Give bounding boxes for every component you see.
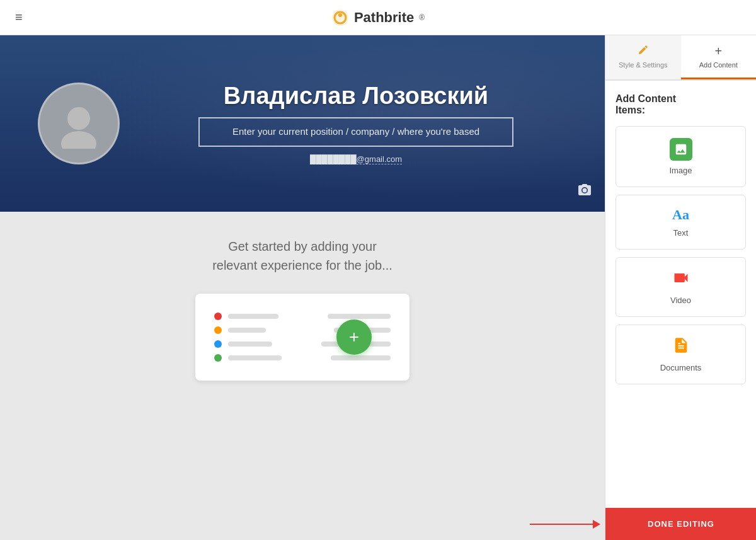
add-content-plus-button[interactable]: +	[336, 319, 372, 355]
pencil-icon	[638, 44, 649, 59]
logo-icon	[331, 9, 349, 26]
get-started-text: Get started by adding yourrelevant exper…	[212, 237, 392, 275]
image-icon	[670, 138, 692, 161]
plus-symbol: +	[349, 328, 359, 346]
top-nav: ≡ Pathbrite®	[0, 0, 756, 35]
dot-green	[214, 354, 222, 362]
content-item-image[interactable]: Image	[616, 126, 746, 187]
done-editing-section: DONE EDITING	[605, 508, 756, 540]
line-4a	[228, 355, 282, 360]
svg-point-4	[61, 131, 96, 149]
email-masked: ████████@gmail.com	[310, 154, 402, 164]
line-3a	[228, 342, 272, 347]
logo: Pathbrite®	[331, 9, 425, 26]
camera-icon[interactable]	[577, 183, 592, 202]
done-editing-button[interactable]: DONE EDITING	[605, 508, 756, 540]
profile-info: Владислав Лозовский Enter your current p…	[145, 83, 567, 164]
dot-red	[214, 313, 222, 320]
documents-label: Documents	[660, 363, 702, 372]
svg-point-3	[67, 107, 90, 130]
avatar	[38, 83, 120, 164]
ill-row-4	[214, 354, 391, 362]
content-item-text[interactable]: Aa Text	[616, 195, 746, 250]
tab-style-settings-label: Style & Settings	[619, 61, 668, 69]
arrow-head	[593, 520, 600, 529]
right-sidebar: Style & Settings + Add Content Add Conte…	[605, 35, 756, 540]
tab-style-settings[interactable]: Style & Settings	[605, 35, 681, 79]
content-area: Владислав Лозовский Enter your current p…	[0, 35, 605, 540]
content-item-documents[interactable]: Documents	[616, 325, 746, 384]
hamburger-menu[interactable]: ≡	[15, 10, 23, 25]
svg-point-2	[338, 13, 342, 17]
arrow-line	[530, 524, 593, 525]
sidebar-tabs: Style & Settings + Add Content	[605, 35, 756, 81]
main-layout: Владислав Лозовский Enter your current p…	[0, 35, 756, 540]
avatar-container	[38, 83, 120, 164]
profile-name: Владислав Лозовский	[224, 83, 488, 110]
image-label: Image	[669, 166, 692, 175]
sidebar-content: Add ContentItems: Image Aa Text	[605, 81, 756, 508]
profile-position-box[interactable]: Enter your current position / company / …	[198, 117, 513, 147]
tab-add-content-label: Add Content	[699, 61, 738, 69]
avatar-svg	[54, 98, 104, 149]
ill-row-1	[214, 313, 391, 320]
dot-orange	[214, 326, 222, 334]
line-2a	[228, 328, 266, 333]
text-label: Text	[673, 228, 689, 238]
content-body: Get started by adding yourrelevant exper…	[0, 212, 605, 540]
tab-add-content[interactable]: + Add Content	[681, 35, 757, 79]
logo-text: Pathbrite	[354, 9, 414, 26]
video-label: Video	[670, 296, 691, 305]
profile-header: Владислав Лозовский Enter your current p…	[0, 35, 605, 212]
plus-icon: +	[714, 44, 722, 59]
profile-email: ████████@gmail.com	[310, 154, 402, 164]
line-4b	[331, 355, 391, 360]
video-icon	[672, 269, 690, 290]
profile-position-text: Enter your current position / company / …	[232, 126, 479, 137]
dot-blue	[214, 340, 222, 348]
logo-reg: ®	[419, 13, 425, 22]
documents-icon	[672, 336, 690, 358]
line-1b	[328, 314, 391, 319]
done-editing-arrow	[530, 520, 600, 529]
line-1a	[228, 314, 278, 319]
add-content-title: Add ContentItems:	[616, 93, 746, 116]
content-item-video[interactable]: Video	[616, 257, 746, 317]
text-icon: Aa	[672, 207, 689, 223]
illustration-card: +	[195, 294, 410, 381]
